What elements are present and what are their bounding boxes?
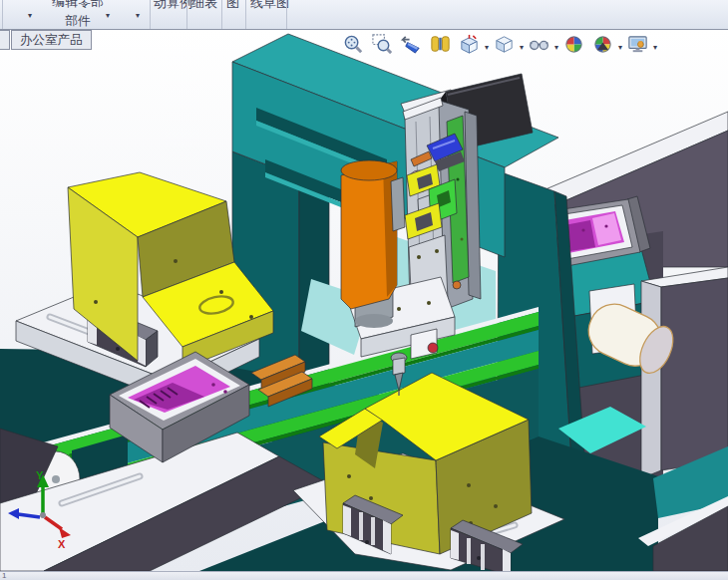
tab-office-products[interactable]: 办公室产品	[11, 30, 92, 50]
toolbar-separator	[2, 0, 3, 29]
heads-up-view-toolbar: ▾ ▾ ▾	[339, 33, 658, 56]
status-bar-text: 1	[2, 571, 6, 580]
view-settings-icon	[626, 33, 649, 56]
previous-view-button[interactable]	[400, 33, 423, 56]
dropdown-caret[interactable]: ▾	[520, 44, 524, 52]
zoom-to-fit-icon	[342, 33, 365, 56]
section-view-button[interactable]	[429, 33, 452, 56]
toolbar-button-sketch[interactable]: 线草图	[250, 0, 289, 12]
zoom-to-area-icon	[371, 33, 394, 56]
dropdown-caret[interactable]: ▾	[554, 44, 558, 52]
edit-appearance-button[interactable]	[562, 33, 585, 56]
dropdown-caret[interactable]: ▾	[106, 12, 110, 20]
view-orientation-icon	[458, 33, 481, 56]
edit-component-label-clipped: 编辑零部	[52, 0, 104, 11]
toolbar-button-bom[interactable]: 细表	[191, 0, 217, 12]
triad-y-label: Y	[36, 469, 44, 481]
toolbar-separator	[245, 0, 246, 29]
hide-show-items-icon	[528, 33, 550, 56]
dropdown-caret[interactable]: ▾	[618, 44, 622, 52]
command-manager-tab-stub[interactable]	[0, 30, 10, 50]
apply-scene-button[interactable]	[591, 33, 614, 56]
zoom-to-area-button[interactable]	[371, 33, 394, 56]
previous-view-icon	[400, 33, 423, 56]
dropdown-caret[interactable]: ▾	[485, 44, 489, 52]
apply-scene-icon	[591, 33, 614, 56]
status-bar: 1	[0, 571, 728, 580]
edit-component-button[interactable]: 编辑零部 部件	[52, 0, 104, 28]
section-view-icon	[429, 33, 452, 56]
view-orientation-button[interactable]	[458, 33, 481, 56]
toolbar-separator	[150, 0, 151, 29]
edit-appearance-icon	[562, 33, 585, 56]
toolbar-separator	[221, 0, 222, 29]
toolbar-separator	[186, 0, 187, 29]
triad-x-label: X	[58, 538, 66, 550]
dropdown-caret[interactable]: ▾	[136, 12, 140, 20]
hide-show-items-button[interactable]	[528, 33, 550, 56]
zoom-to-fit-button[interactable]	[342, 33, 365, 56]
dropdown-caret[interactable]: ▾	[28, 12, 32, 20]
toolbar-separator	[286, 0, 287, 29]
command-manager-toolbar: ▾ 编辑零部 部件 ▾ ▾ 动算例 细表 图 线草图	[0, 0, 728, 30]
dropdown-caret[interactable]: ▾	[653, 44, 657, 52]
solidworks-window: Y X	[0, 0, 728, 580]
3d-viewport[interactable]: Y X	[0, 0, 728, 580]
display-style-icon	[493, 33, 516, 56]
edit-component-label: 部件	[52, 13, 104, 30]
toolbar-button-drawing[interactable]: 图	[226, 0, 239, 12]
display-style-button[interactable]	[493, 33, 516, 56]
view-settings-button[interactable]	[626, 33, 649, 56]
